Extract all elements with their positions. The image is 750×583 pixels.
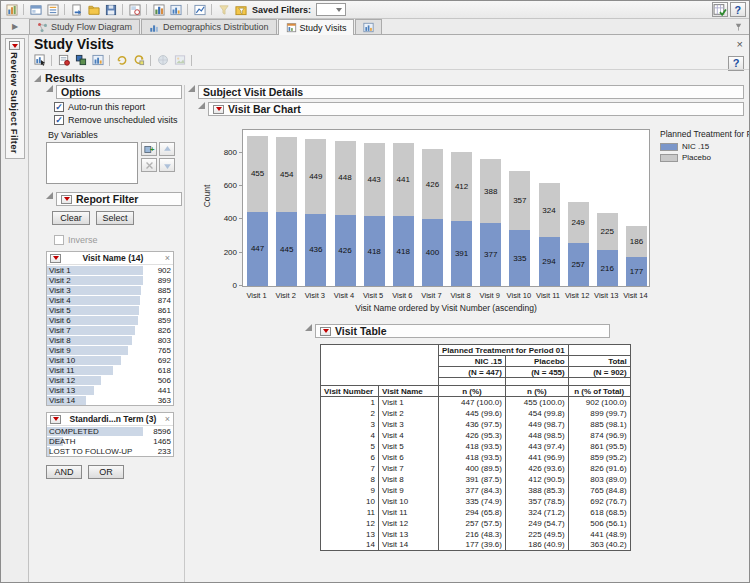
remove-filter-icon[interactable]: × [165, 254, 170, 262]
bar-segment-placebo[interactable]: 448 [335, 141, 356, 216]
bar-segment-nic-15[interactable]: 400 [422, 219, 443, 286]
save-icon[interactable] [103, 3, 118, 17]
data-grid-button[interactable] [712, 2, 728, 17]
disclosure-icon[interactable] [46, 85, 53, 92]
filter-item[interactable]: Visit 2899 [47, 275, 173, 285]
visit-table-header[interactable]: Visit Table [315, 324, 610, 338]
by-variables-listbox[interactable] [46, 142, 138, 184]
filter-item[interactable]: Visit 7826 [47, 325, 173, 335]
bar-segment-nic-15[interactable]: 445 [276, 212, 297, 286]
bar-segment-placebo[interactable]: 455 [247, 136, 268, 212]
select-button[interactable]: Select [96, 211, 134, 225]
sidebar-expand-icon[interactable]: ▶ [1, 22, 29, 31]
filter-item[interactable]: Visit 6859 [47, 315, 173, 325]
stacked-bar-visit-12[interactable]: 249257 [568, 202, 589, 286]
red-triangle-menu-icon[interactable] [61, 195, 72, 204]
disclosure-icon[interactable] [34, 75, 41, 82]
layout-icon[interactable] [28, 3, 43, 17]
report-filter-header[interactable]: Report Filter [56, 192, 182, 206]
remove-filter-icon[interactable]: × [165, 415, 170, 423]
stacked-bar-visit-7[interactable]: 426400 [422, 149, 443, 286]
disclosure-icon[interactable] [46, 192, 53, 199]
red-triangle-menu-icon[interactable] [320, 327, 331, 336]
filter-saved-icon[interactable] [233, 3, 248, 17]
subject-visit-details-header[interactable]: Subject Visit Details [198, 85, 744, 99]
stacked-bar-visit-13[interactable]: 225216 [597, 213, 618, 286]
palette-icon[interactable] [73, 53, 88, 67]
filter-item[interactable]: Visit 5861 [47, 305, 173, 315]
stacked-bar-visit-3[interactable]: 449436 [305, 139, 326, 286]
bar-segment-placebo[interactable]: 249 [568, 202, 589, 243]
filter-item[interactable]: Visit 1902 [47, 265, 173, 275]
refresh1-icon[interactable] [114, 53, 129, 67]
legend-item[interactable]: Placebo [660, 153, 750, 162]
bar-segment-nic-15[interactable]: 426 [335, 215, 356, 286]
results-header[interactable]: Results [34, 72, 85, 84]
filter-item[interactable]: Visit 12506 [47, 375, 173, 385]
chart-blue-icon[interactable] [192, 3, 207, 17]
bar-segment-placebo[interactable]: 186 [626, 226, 647, 257]
refresh2-icon[interactable] [131, 53, 146, 67]
chart-color-icon[interactable] [151, 3, 166, 17]
stacked-bar-visit-11[interactable]: 324294 [539, 183, 560, 286]
bar-segment-placebo[interactable]: 426 [422, 149, 443, 220]
pin-icon[interactable] [734, 18, 743, 36]
bar-segment-nic-15[interactable]: 436 [305, 214, 326, 287]
bar-segment-nic-15[interactable]: 177 [626, 257, 647, 286]
bar-segment-nic-15[interactable]: 335 [509, 230, 530, 286]
saved-filters-dropdown[interactable] [316, 3, 346, 16]
filter-item[interactable]: Visit 9765 [47, 345, 173, 355]
tab-study-flow-diagram[interactable]: Study Flow Diagram [29, 19, 140, 34]
disclosure-icon[interactable] [305, 324, 312, 331]
stacked-bar-visit-6[interactable]: 441418 [393, 143, 414, 286]
bar-segment-placebo[interactable]: 357 [509, 171, 530, 230]
globe-dis-icon[interactable] [155, 53, 170, 67]
remove-variable-button[interactable] [141, 158, 157, 172]
review-subject-filter-tab[interactable]: Review Subject Filter [5, 38, 25, 159]
chart-pointer-icon[interactable] [32, 53, 47, 67]
bar-segment-placebo[interactable]: 454 [276, 137, 297, 213]
and-button[interactable]: AND [46, 465, 82, 479]
stacked-bar-visit-9[interactable]: 388377 [480, 159, 501, 286]
tab-new-report[interactable] [355, 19, 382, 34]
folder-icon[interactable] [86, 3, 101, 17]
bar-segment-nic-15[interactable]: 257 [568, 243, 589, 286]
filter-item[interactable]: Visit 8803 [47, 335, 173, 345]
bar-segment-nic-15[interactable]: 377 [480, 223, 501, 286]
chart-img-icon[interactable] [90, 53, 105, 67]
bar-segment-placebo[interactable]: 443 [364, 143, 385, 217]
bar-segment-nic-15[interactable]: 418 [364, 216, 385, 286]
help-button[interactable]: ? [730, 2, 746, 17]
list-icon[interactable] [45, 3, 60, 17]
inverse-checkbox[interactable] [54, 235, 64, 245]
filter-item[interactable]: Visit 4874 [47, 295, 173, 305]
filter-item[interactable]: Visit 13441 [47, 385, 173, 395]
tab-demographics-distribution[interactable]: Demographics Distribution [141, 19, 277, 34]
stacked-bar-visit-4[interactable]: 448426 [335, 141, 356, 286]
stacked-bar-visit-1[interactable]: 455447 [247, 136, 268, 286]
move-up-button[interactable] [159, 142, 175, 156]
bar-segment-placebo[interactable]: 412 [451, 152, 472, 221]
report-add-icon[interactable] [56, 53, 71, 67]
filter-item[interactable]: COMPLETED8596 [47, 426, 173, 436]
stacked-bar-visit-2[interactable]: 454445 [276, 137, 297, 287]
bar-segment-placebo[interactable]: 324 [539, 183, 560, 237]
bar-segment-placebo[interactable]: 388 [480, 159, 501, 224]
bar-segment-nic-15[interactable]: 216 [597, 250, 618, 286]
move-down-button[interactable] [159, 158, 175, 172]
app-chart-icon[interactable] [4, 3, 19, 17]
export-icon[interactable] [69, 3, 84, 17]
disclosure-icon[interactable] [188, 85, 195, 92]
bar-segment-nic-15[interactable]: 418 [393, 216, 414, 286]
or-button[interactable]: OR [88, 465, 124, 479]
options-header[interactable]: Options [56, 85, 182, 99]
bar-segment-placebo[interactable]: 449 [305, 139, 326, 214]
visit-bar-chart-header[interactable]: Visit Bar Chart [208, 102, 744, 116]
bar-segment-placebo[interactable]: 441 [393, 143, 414, 216]
filter-item[interactable]: LOST TO FOLLOW-UP233 [47, 446, 173, 456]
filter-item[interactable]: Visit 14363 [47, 395, 173, 405]
checkbox[interactable]: ✓ [54, 102, 64, 112]
disclosure-icon[interactable] [198, 102, 205, 109]
stacked-bar-visit-8[interactable]: 412391 [451, 152, 472, 286]
clear-button[interactable]: Clear [52, 211, 90, 225]
